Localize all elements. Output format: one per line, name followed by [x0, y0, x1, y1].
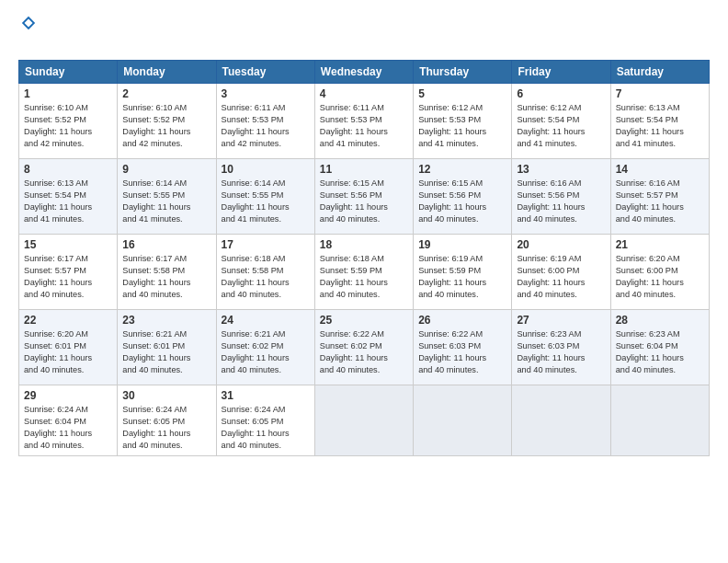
calendar-cell: 3Sunrise: 6:11 AMSunset: 5:53 PMDaylight…	[216, 84, 314, 159]
cell-info: Sunrise: 6:22 AMSunset: 6:02 PMDaylight:…	[320, 328, 408, 376]
day-number: 18	[320, 238, 408, 251]
calendar-cell	[314, 385, 413, 456]
calendar-cell: 25Sunrise: 6:22 AMSunset: 6:02 PMDayligh…	[314, 310, 413, 385]
day-number: 28	[616, 314, 704, 327]
calendar-cell: 14Sunrise: 6:16 AMSunset: 5:57 PMDayligh…	[610, 159, 709, 235]
day-number: 7	[616, 87, 704, 100]
day-number: 19	[418, 238, 506, 251]
day-number: 29	[24, 389, 112, 402]
calendar-cell: 13Sunrise: 6:16 AMSunset: 5:56 PMDayligh…	[512, 159, 610, 235]
calendar-table: SundayMondayTuesdayWednesdayThursdayFrid…	[18, 60, 710, 456]
day-number: 8	[24, 163, 112, 176]
day-number: 12	[418, 163, 506, 176]
calendar-cell: 7Sunrise: 6:13 AMSunset: 5:54 PMDaylight…	[610, 84, 709, 159]
calendar-cell: 6Sunrise: 6:12 AMSunset: 5:54 PMDaylight…	[512, 84, 610, 159]
day-number: 10	[222, 163, 310, 176]
cell-info: Sunrise: 6:17 AMSunset: 5:57 PMDaylight:…	[24, 253, 112, 301]
cell-info: Sunrise: 6:17 AMSunset: 5:58 PMDaylight:…	[122, 253, 210, 301]
day-number: 1	[24, 87, 112, 100]
calendar-cell: 2Sunrise: 6:10 AMSunset: 5:52 PMDaylight…	[118, 84, 216, 159]
day-number: 4	[320, 87, 408, 100]
calendar-cell: 22Sunrise: 6:20 AMSunset: 6:01 PMDayligh…	[19, 310, 118, 385]
cell-info: Sunrise: 6:23 AMSunset: 6:03 PMDaylight:…	[517, 328, 605, 376]
day-number: 9	[122, 163, 210, 176]
day-number: 31	[222, 389, 310, 402]
calendar-cell: 1Sunrise: 6:10 AMSunset: 5:52 PMDaylight…	[19, 84, 118, 159]
cell-info: Sunrise: 6:14 AMSunset: 5:55 PMDaylight:…	[122, 178, 210, 225]
day-number: 2	[122, 87, 210, 100]
col-header-sunday: Sunday	[19, 61, 118, 84]
cell-info: Sunrise: 6:20 AMSunset: 6:01 PMDaylight:…	[24, 328, 112, 376]
col-header-friday: Friday	[512, 61, 610, 84]
calendar-cell: 29Sunrise: 6:24 AMSunset: 6:04 PMDayligh…	[19, 385, 118, 456]
day-number: 15	[24, 238, 112, 251]
calendar-cell: 20Sunrise: 6:19 AMSunset: 6:00 PMDayligh…	[512, 235, 610, 310]
cell-info: Sunrise: 6:15 AMSunset: 5:56 PMDaylight:…	[418, 178, 506, 225]
cell-info: Sunrise: 6:11 AMSunset: 5:53 PMDaylight:…	[222, 102, 310, 150]
calendar-cell: 15Sunrise: 6:17 AMSunset: 5:57 PMDayligh…	[19, 235, 118, 310]
cell-info: Sunrise: 6:16 AMSunset: 5:56 PMDaylight:…	[517, 178, 605, 225]
cell-info: Sunrise: 6:24 AMSunset: 6:04 PMDaylight:…	[24, 404, 112, 452]
calendar-cell: 27Sunrise: 6:23 AMSunset: 6:03 PMDayligh…	[512, 310, 610, 385]
calendar-page: SundayMondayTuesdayWednesdayThursdayFrid…	[0, 0, 728, 563]
calendar-cell: 31Sunrise: 6:24 AMSunset: 6:05 PMDayligh…	[216, 385, 314, 456]
cell-info: Sunrise: 6:20 AMSunset: 6:00 PMDaylight:…	[616, 253, 704, 301]
cell-info: Sunrise: 6:23 AMSunset: 6:04 PMDaylight:…	[616, 328, 704, 376]
cell-info: Sunrise: 6:18 AMSunset: 5:58 PMDaylight:…	[222, 253, 310, 301]
day-number: 23	[122, 314, 210, 327]
day-number: 25	[320, 314, 408, 327]
header	[18, 15, 710, 51]
calendar-cell: 10Sunrise: 6:14 AMSunset: 5:55 PMDayligh…	[216, 159, 314, 235]
calendar-cell: 28Sunrise: 6:23 AMSunset: 6:04 PMDayligh…	[610, 310, 709, 385]
calendar-cell: 4Sunrise: 6:11 AMSunset: 5:53 PMDaylight…	[314, 84, 413, 159]
day-number: 20	[517, 238, 605, 251]
day-number: 26	[418, 314, 506, 327]
cell-info: Sunrise: 6:19 AMSunset: 5:59 PMDaylight:…	[418, 253, 506, 301]
calendar-cell: 16Sunrise: 6:17 AMSunset: 5:58 PMDayligh…	[118, 235, 216, 310]
calendar-cell: 26Sunrise: 6:22 AMSunset: 6:03 PMDayligh…	[414, 310, 512, 385]
day-number: 6	[517, 87, 605, 100]
cell-info: Sunrise: 6:16 AMSunset: 5:57 PMDaylight:…	[616, 178, 704, 225]
cell-info: Sunrise: 6:24 AMSunset: 6:05 PMDaylight:…	[122, 404, 210, 452]
calendar-cell: 30Sunrise: 6:24 AMSunset: 6:05 PMDayligh…	[118, 385, 216, 456]
cell-info: Sunrise: 6:13 AMSunset: 5:54 PMDaylight:…	[616, 102, 704, 150]
cell-info: Sunrise: 6:21 AMSunset: 6:01 PMDaylight:…	[122, 328, 210, 376]
day-number: 16	[122, 238, 210, 251]
day-number: 3	[222, 87, 310, 100]
cell-info: Sunrise: 6:22 AMSunset: 6:03 PMDaylight:…	[418, 328, 506, 376]
cell-info: Sunrise: 6:14 AMSunset: 5:55 PMDaylight:…	[222, 178, 310, 225]
col-header-thursday: Thursday	[414, 61, 512, 84]
col-header-tuesday: Tuesday	[216, 61, 314, 84]
calendar-cell: 18Sunrise: 6:18 AMSunset: 5:59 PMDayligh…	[314, 235, 413, 310]
calendar-header-row: SundayMondayTuesdayWednesdayThursdayFrid…	[19, 61, 710, 84]
calendar-cell: 19Sunrise: 6:19 AMSunset: 5:59 PMDayligh…	[414, 235, 512, 310]
cell-info: Sunrise: 6:18 AMSunset: 5:59 PMDaylight:…	[320, 253, 408, 301]
calendar-cell	[414, 385, 512, 456]
cell-info: Sunrise: 6:10 AMSunset: 5:52 PMDaylight:…	[122, 102, 210, 150]
day-number: 30	[122, 389, 210, 402]
cell-info: Sunrise: 6:24 AMSunset: 6:05 PMDaylight:…	[222, 404, 310, 452]
day-number: 27	[517, 314, 605, 327]
calendar-cell: 9Sunrise: 6:14 AMSunset: 5:55 PMDaylight…	[118, 159, 216, 235]
calendar-cell: 11Sunrise: 6:15 AMSunset: 5:56 PMDayligh…	[314, 159, 413, 235]
calendar-cell: 17Sunrise: 6:18 AMSunset: 5:58 PMDayligh…	[216, 235, 314, 310]
day-number: 21	[616, 238, 704, 251]
col-header-saturday: Saturday	[610, 61, 709, 84]
calendar-cell: 23Sunrise: 6:21 AMSunset: 6:01 PMDayligh…	[118, 310, 216, 385]
cell-info: Sunrise: 6:21 AMSunset: 6:02 PMDaylight:…	[222, 328, 310, 376]
col-header-wednesday: Wednesday	[314, 61, 413, 84]
day-number: 11	[320, 163, 408, 176]
logo-icon	[20, 15, 37, 31]
logo	[18, 15, 37, 51]
col-header-monday: Monday	[118, 61, 216, 84]
cell-info: Sunrise: 6:19 AMSunset: 6:00 PMDaylight:…	[517, 253, 605, 301]
day-number: 13	[517, 163, 605, 176]
calendar-cell: 8Sunrise: 6:13 AMSunset: 5:54 PMDaylight…	[19, 159, 118, 235]
calendar-cell	[610, 385, 709, 456]
day-number: 22	[24, 314, 112, 327]
calendar-cell	[512, 385, 610, 456]
cell-info: Sunrise: 6:10 AMSunset: 5:52 PMDaylight:…	[24, 102, 112, 150]
day-number: 5	[418, 87, 506, 100]
cell-info: Sunrise: 6:15 AMSunset: 5:56 PMDaylight:…	[320, 178, 408, 225]
calendar-cell: 24Sunrise: 6:21 AMSunset: 6:02 PMDayligh…	[216, 310, 314, 385]
